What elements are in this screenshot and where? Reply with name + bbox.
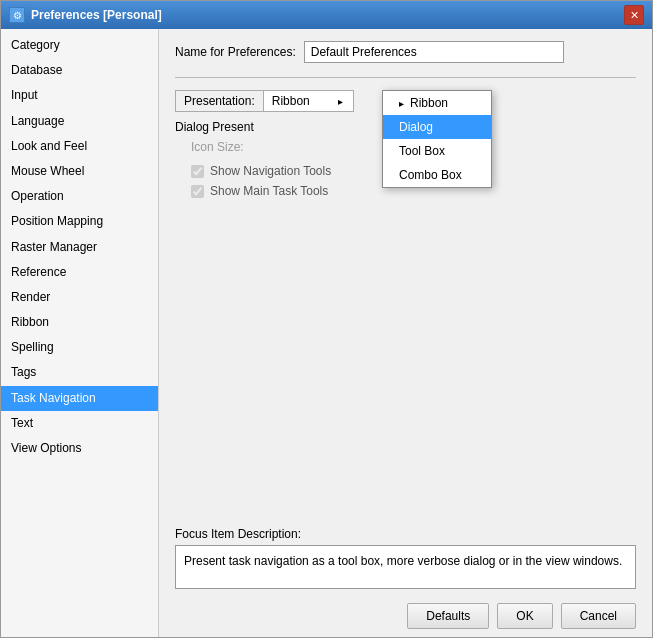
- flyout-item-dialog[interactable]: Dialog: [383, 115, 491, 139]
- sidebar-item-text[interactable]: Text: [1, 411, 158, 436]
- presentation-row: Presentation: Ribbon ▸ ▸ Ribbon Dialog: [175, 90, 636, 112]
- icon-size-label: Icon Size:: [191, 140, 244, 154]
- sidebar-item-look-and-feel[interactable]: Look and Feel: [1, 134, 158, 159]
- presentation-selected-value: Ribbon: [272, 94, 310, 108]
- flyout-item-toolbox[interactable]: Tool Box: [383, 139, 491, 163]
- sidebar-item-view-options[interactable]: View Options: [1, 436, 158, 461]
- sidebar-item-render[interactable]: Render: [1, 285, 158, 310]
- sidebar-item-mouse-wheel[interactable]: Mouse Wheel: [1, 159, 158, 184]
- cancel-button[interactable]: Cancel: [561, 603, 636, 629]
- name-label: Name for Preferences:: [175, 45, 296, 59]
- sidebar-item-position-mapping[interactable]: Position Mapping: [1, 209, 158, 234]
- sidebar-item-category[interactable]: Category: [1, 33, 158, 58]
- sidebar-item-task-navigation[interactable]: Task Navigation: [1, 386, 158, 411]
- defaults-button[interactable]: Defaults: [407, 603, 489, 629]
- sidebar-item-raster-manager[interactable]: Raster Manager: [1, 235, 158, 260]
- sidebar-item-language[interactable]: Language: [1, 109, 158, 134]
- sidebar-item-tags[interactable]: Tags: [1, 360, 158, 385]
- close-button[interactable]: ✕: [624, 5, 644, 25]
- flyout-item-ribbon[interactable]: ▸ Ribbon: [383, 91, 491, 115]
- window-title: Preferences [Personal]: [31, 8, 162, 22]
- submenu-arrow-icon: ▸: [399, 98, 404, 109]
- flyout-item-combobox[interactable]: Combo Box: [383, 163, 491, 187]
- show-navigation-tools-checkbox[interactable]: [191, 165, 204, 178]
- focus-section: Focus Item Description: Present task nav…: [175, 527, 636, 589]
- focus-label: Focus Item Description:: [175, 527, 636, 541]
- presentation-flyout-menu: ▸ Ribbon Dialog Tool Box Combo Box: [382, 90, 492, 188]
- separator: [175, 77, 636, 78]
- dialog-present-label: Dialog Present: [175, 120, 254, 134]
- ok-button[interactable]: OK: [497, 603, 552, 629]
- show-main-task-tools-label: Show Main Task Tools: [210, 184, 328, 198]
- show-main-task-tools-checkbox[interactable]: [191, 185, 204, 198]
- name-input[interactable]: [304, 41, 564, 63]
- show-navigation-tools-label: Show Navigation Tools: [210, 164, 331, 178]
- main-content: Name for Preferences: Presentation: Ribb…: [159, 29, 652, 637]
- title-bar-left: ⚙ Preferences [Personal]: [9, 7, 162, 23]
- button-bar: Defaults OK Cancel: [175, 603, 636, 629]
- app-icon: ⚙: [9, 7, 25, 23]
- sidebar-item-operation[interactable]: Operation: [1, 184, 158, 209]
- sidebar-item-reference[interactable]: Reference: [1, 260, 158, 285]
- preferences-window: ⚙ Preferences [Personal] ✕ Category Data…: [0, 0, 653, 638]
- presentation-select[interactable]: Ribbon ▸: [264, 90, 354, 112]
- name-row: Name for Preferences:: [175, 41, 636, 63]
- sidebar-item-spelling[interactable]: Spelling: [1, 335, 158, 360]
- sidebar: Category Database Input Language Look an…: [1, 29, 159, 637]
- title-bar: ⚙ Preferences [Personal] ✕: [1, 1, 652, 29]
- window-body: Category Database Input Language Look an…: [1, 29, 652, 637]
- sidebar-item-input[interactable]: Input: [1, 83, 158, 108]
- focus-box: Present task navigation as a tool box, m…: [175, 545, 636, 589]
- presentation-arrow-icon: ▸: [338, 96, 343, 107]
- sidebar-item-database[interactable]: Database: [1, 58, 158, 83]
- presentation-label: Presentation:: [175, 90, 264, 112]
- sidebar-item-ribbon[interactable]: Ribbon: [1, 310, 158, 335]
